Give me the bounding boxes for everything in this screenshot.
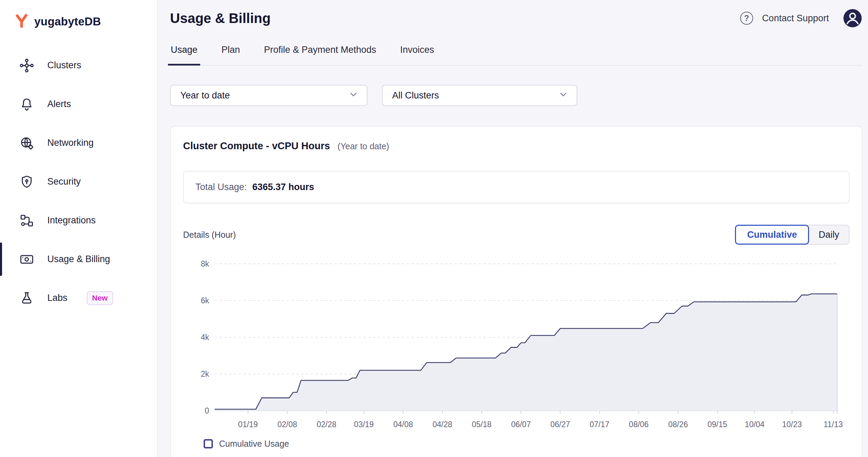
- card-subtitle: (Year to date): [338, 141, 389, 151]
- yugabytedb-logo-icon: [14, 14, 29, 30]
- usage-card: Cluster Compute - vCPU Hours (Year to da…: [170, 126, 863, 457]
- date-range-select[interactable]: Year to date: [170, 85, 367, 106]
- svg-text:04/08: 04/08: [393, 420, 413, 429]
- details-row: Details (Hour) Cumulative Daily: [183, 225, 849, 245]
- usage-chart: 02k4k6k8k01/1902/0802/2803/1904/0804/280…: [183, 259, 849, 449]
- alerts-icon: [19, 97, 34, 112]
- total-usage-label: Total Usage:: [195, 182, 247, 192]
- sidebar: yugabyteDB Clusters Alerts: [0, 0, 158, 457]
- sidebar-nav: Clusters Alerts Networking: [0, 46, 157, 317]
- svg-text:8k: 8k: [201, 259, 209, 268]
- cumulative-toggle-button[interactable]: Cumulative: [735, 225, 809, 245]
- svg-text:10/04: 10/04: [745, 420, 765, 429]
- help-icon[interactable]: ?: [740, 12, 753, 25]
- header-actions: ? Contact Support: [740, 8, 863, 28]
- svg-text:06/27: 06/27: [550, 420, 570, 429]
- view-toggle-group: Cumulative Daily: [735, 225, 849, 245]
- cluster-select[interactable]: All Clusters: [382, 85, 577, 106]
- usage-chart-svg: 02k4k6k8k01/1902/0802/2803/1904/0804/280…: [183, 259, 846, 432]
- svg-text:2k: 2k: [201, 370, 209, 378]
- sidebar-item-label: Usage & Billing: [47, 254, 110, 265]
- date-range-value: Year to date: [180, 90, 230, 101]
- sidebar-item-usage-billing[interactable]: Usage & Billing: [0, 240, 157, 279]
- svg-text:05/18: 05/18: [472, 420, 492, 429]
- card-title: Cluster Compute - vCPU Hours: [183, 140, 330, 152]
- sidebar-item-label: Security: [47, 176, 81, 187]
- billing-icon: [19, 252, 34, 267]
- main-content: Usage & Billing ? Contact Support Usage …: [158, 0, 868, 457]
- total-usage-value: 6365.37 hours: [252, 182, 314, 192]
- daily-toggle-button[interactable]: Daily: [805, 225, 849, 245]
- chevron-down-icon: [348, 89, 359, 102]
- labs-icon: [19, 291, 34, 306]
- sidebar-item-networking[interactable]: Networking: [0, 124, 157, 162]
- svg-text:10/23: 10/23: [782, 420, 802, 429]
- svg-text:02/08: 02/08: [277, 420, 297, 429]
- svg-text:09/15: 09/15: [708, 420, 727, 429]
- svg-text:11/13: 11/13: [824, 420, 843, 429]
- sidebar-item-label: Networking: [47, 138, 94, 148]
- svg-text:01/19: 01/19: [238, 420, 258, 429]
- chart-legend: Cumulative Usage: [183, 439, 849, 449]
- svg-text:03/19: 03/19: [354, 420, 374, 429]
- svg-text:4k: 4k: [201, 333, 209, 342]
- contact-support-link[interactable]: Contact Support: [762, 13, 829, 24]
- svg-text:08/26: 08/26: [668, 420, 688, 429]
- sidebar-item-integrations[interactable]: Integrations: [0, 201, 157, 240]
- sidebar-item-label: Labs: [47, 293, 68, 303]
- svg-text:6k: 6k: [201, 296, 209, 305]
- chevron-down-icon: [558, 89, 568, 102]
- integrations-icon: [19, 213, 34, 228]
- sidebar-item-label: Integrations: [47, 215, 96, 226]
- security-icon: [19, 174, 34, 189]
- svg-text:02/28: 02/28: [317, 420, 337, 429]
- page-title: Usage & Billing: [170, 11, 270, 26]
- sidebar-item-label: Alerts: [47, 99, 71, 109]
- total-usage-box: Total Usage: 6365.37 hours: [183, 171, 849, 203]
- cluster-value: All Clusters: [392, 90, 439, 101]
- tab-plan[interactable]: Plan: [221, 45, 241, 65]
- filters-row: Year to date All Clusters: [170, 85, 863, 106]
- details-label: Details (Hour): [183, 230, 236, 240]
- svg-text:04/28: 04/28: [433, 420, 453, 429]
- svg-text:07/17: 07/17: [590, 420, 610, 429]
- page-header: Usage & Billing ? Contact Support: [170, 0, 863, 28]
- sidebar-item-clusters[interactable]: Clusters: [0, 46, 157, 85]
- sidebar-item-label: Clusters: [47, 60, 81, 71]
- clusters-icon: [19, 58, 34, 73]
- networking-icon: [19, 136, 34, 151]
- svg-text:0: 0: [205, 406, 209, 415]
- user-avatar[interactable]: [843, 8, 863, 28]
- tab-invoices[interactable]: Invoices: [399, 45, 435, 65]
- svg-text:06/07: 06/07: [511, 420, 531, 429]
- sidebar-item-security[interactable]: Security: [0, 162, 157, 201]
- sidebar-item-alerts[interactable]: Alerts: [0, 85, 157, 124]
- tab-profile-payment[interactable]: Profile & Payment Methods: [263, 45, 377, 65]
- svg-text:08/06: 08/06: [629, 420, 649, 429]
- card-title-row: Cluster Compute - vCPU Hours (Year to da…: [183, 140, 849, 152]
- legend-label: Cumulative Usage: [219, 439, 289, 449]
- legend-checkbox[interactable]: [204, 439, 213, 448]
- brand-logo[interactable]: yugabyteDB: [0, 0, 157, 30]
- brand-name: yugabyteDB: [34, 15, 101, 28]
- billing-tabs: Usage Plan Profile & Payment Methods Inv…: [170, 45, 863, 66]
- tab-usage[interactable]: Usage: [170, 45, 198, 65]
- new-badge: New: [87, 291, 113, 305]
- sidebar-item-labs[interactable]: Labs New: [0, 279, 157, 317]
